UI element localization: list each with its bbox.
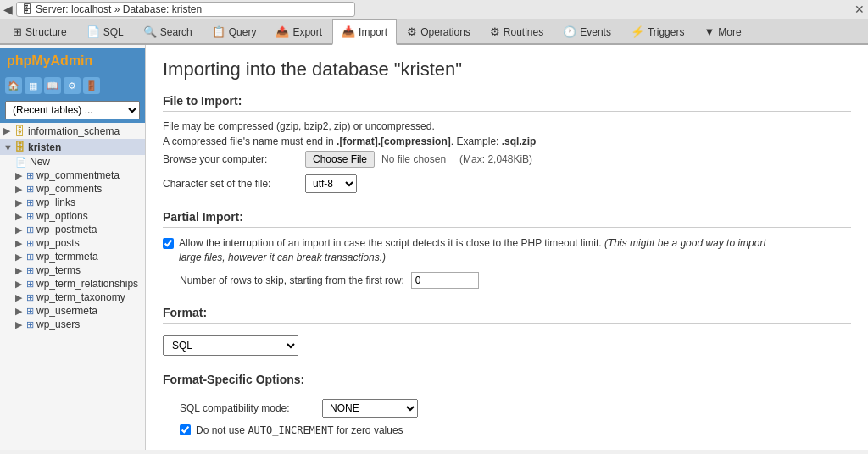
browse-label: Browse your computer: — [163, 153, 298, 165]
tab-query[interactable]: 📋Query — [203, 19, 266, 43]
sidebar-table-label: wp_terms — [36, 264, 81, 276]
format-section: Format: SQL CSV CSV using LOAD DATA ODS … — [163, 306, 851, 356]
table-icon: ⊞ — [26, 224, 34, 235]
export-tab-label: Export — [292, 26, 322, 38]
sidebar-table-label: wp_comments — [36, 183, 102, 195]
tab-more[interactable]: ▼More — [694, 19, 750, 43]
sidebar-item-wp_posts[interactable]: ▶⊞wp_posts — [0, 236, 145, 250]
tab-export[interactable]: 📤Export — [266, 19, 331, 43]
sidebar-item-wp_usermeta[interactable]: ▶⊞wp_usermeta — [0, 304, 145, 318]
auto-increment-text: Do not use AUTO_INCREMENT for zero value… — [196, 424, 403, 436]
tab-triggers[interactable]: ⚡Triggers — [621, 19, 694, 43]
expand-icon: ▶ — [15, 319, 24, 330]
browse-row: Browse your computer: Choose File No fil… — [163, 151, 851, 168]
logout-icon[interactable]: 🚪 — [83, 77, 100, 94]
operations-tab-label: Operations — [420, 26, 470, 38]
sidebar-item-wp_commentmeta[interactable]: ▶⊞wp_commentmeta — [0, 169, 145, 182]
close-button[interactable]: ✕ — [854, 3, 865, 16]
tab-operations[interactable]: ⚙Operations — [398, 19, 480, 43]
sidebar-item-wp_comments[interactable]: ▶⊞wp_comments — [0, 182, 145, 196]
expand-icon: ▼ — [3, 142, 12, 152]
format-specific-header: Format-Specific Options: — [163, 373, 851, 390]
partial-import-section: Partial Import: Allow the interruption o… — [163, 210, 851, 289]
sidebar-db-label: information_schema — [28, 125, 120, 137]
settings-icon[interactable]: ⚙ — [64, 77, 81, 94]
format-select[interactable]: SQL CSV CSV using LOAD DATA ODS OpenDocu… — [163, 335, 298, 356]
triggers-tab-icon: ⚡ — [631, 25, 644, 38]
tab-events[interactable]: 🕐Events — [554, 19, 620, 43]
info-line2: A compressed file's name must end in .[f… — [163, 136, 851, 147]
sidebar-item-wp_postmeta[interactable]: ▶⊞wp_postmeta — [0, 223, 145, 236]
file-to-import-header: File to Import: — [163, 94, 851, 112]
max-size-text: (Max: 2,048KiB) — [459, 153, 532, 165]
format-header: Format: — [163, 306, 851, 324]
events-tab-label: Events — [580, 26, 611, 38]
format-specific-section: Format-Specific Options: SQL compatibili… — [163, 373, 851, 436]
breadcrumb: 🗄 Server: localhost » Database: kristen — [16, 2, 355, 17]
expand-icon: ▶ — [15, 184, 24, 195]
compat-label: SQL compatibility mode: — [180, 402, 315, 414]
no-file-text: No file chosen — [381, 153, 446, 165]
table-icon: ⊞ — [26, 211, 34, 222]
charset-row: Character set of the file: utf-8 utf-16 … — [163, 174, 851, 193]
operations-tab-icon: ⚙ — [407, 25, 417, 38]
expand-icon: ▶ — [15, 252, 24, 263]
sidebar-item-wp_links[interactable]: ▶⊞wp_links — [0, 196, 145, 209]
search-tab-label: Search — [160, 26, 192, 38]
table-icon: ⊞ — [26, 197, 34, 208]
sidebar-table-label: wp_term_relationships — [36, 278, 138, 290]
sidebar-item-wp_users[interactable]: ▶⊞wp_users — [0, 318, 145, 331]
sidebar-item-wp_terms[interactable]: ▶⊞wp_terms — [0, 263, 145, 277]
sidebar-recent-tables[interactable]: (Recent tables) ... — [0, 97, 145, 123]
sidebar-table-label: wp_usermeta — [36, 305, 97, 317]
allow-interruption-text: Allow the interruption of an import in c… — [179, 236, 772, 265]
table-icon: ⊞ — [26, 292, 34, 303]
expand-icon: ▶ — [15, 211, 24, 222]
import-tab-label: Import — [359, 26, 387, 38]
tab-import[interactable]: 📥Import — [332, 19, 397, 45]
expand-icon: ▶ — [15, 306, 24, 317]
sidebar-table-label: wp_posts — [36, 237, 80, 249]
sidebar-item-wp_term_relationships[interactable]: ▶⊞wp_term_relationships — [0, 277, 145, 291]
sidebar-item-new[interactable]: 📄New — [0, 155, 145, 169]
sql-icon[interactable]: ▦ — [25, 77, 42, 94]
content-area: Importing into the database "kristen" Fi… — [146, 45, 868, 450]
tab-routines[interactable]: ⚙Routines — [481, 19, 553, 43]
events-tab-icon: 🕐 — [563, 25, 576, 38]
tab-sql[interactable]: 📄SQL — [77, 19, 133, 43]
structure-tab-icon: ⊞ — [13, 25, 22, 38]
tab-search[interactable]: 🔍Search — [134, 19, 202, 43]
sidebar-item-wp_options[interactable]: ▶⊞wp_options — [0, 209, 145, 223]
expand-icon: ▶ — [15, 265, 24, 276]
expand-icon: ▶ — [15, 224, 24, 235]
skip-rows-input[interactable] — [411, 272, 479, 289]
sidebar-table-label: wp_term_taxonomy — [36, 291, 125, 303]
query-tab-icon: 📋 — [212, 25, 225, 38]
charset-select[interactable]: utf-8 utf-16 latin1 ascii — [305, 174, 357, 193]
choose-file-button[interactable]: Choose File — [305, 151, 375, 168]
new-table-icon: 📄 — [15, 157, 27, 168]
recent-tables-select[interactable]: (Recent tables) ... — [5, 101, 140, 119]
sidebar-item-wp_termmeta[interactable]: ▶⊞wp_termmeta — [0, 250, 145, 263]
auto-increment-row: Do not use AUTO_INCREMENT for zero value… — [180, 424, 851, 436]
table-icon: ⊞ — [26, 238, 34, 249]
table-icon: ⊞ — [26, 252, 34, 263]
expand-icon: ▶ — [15, 197, 24, 208]
sidebar-item-kristen[interactable]: ▼🗄kristen — [0, 139, 145, 155]
home-icon[interactable]: 🏠 — [5, 77, 22, 94]
compat-select[interactable]: NONE ANSI DB2 MAXDB MYSQL323 MYSQL40 MSS… — [322, 399, 418, 418]
sidebar-table-label: wp_options — [36, 210, 88, 222]
sidebar: phpMyAdmin 🏠 ▦ 📖 ⚙ 🚪 (Recent tables) ...… — [0, 45, 146, 450]
sidebar-item-information-schema[interactable]: ▶🗄information_schema — [0, 123, 145, 139]
tab-structure[interactable]: ⊞Structure — [3, 19, 76, 43]
table-icon: ⊞ — [26, 279, 34, 290]
sidebar-item-wp_term_taxonomy[interactable]: ▶⊞wp_term_taxonomy — [0, 291, 145, 304]
allow-interruption-checkbox[interactable] — [163, 238, 174, 249]
auto-increment-checkbox[interactable] — [180, 424, 191, 435]
back-arrow[interactable]: ◀ — [3, 3, 13, 16]
table-icon: ⊞ — [26, 170, 34, 181]
docs-icon[interactable]: 📖 — [44, 77, 61, 94]
skip-rows-row: Number of rows to skip, starting from th… — [180, 272, 851, 289]
table-icon: ⊞ — [26, 319, 34, 330]
table-icon: ⊞ — [26, 306, 34, 317]
